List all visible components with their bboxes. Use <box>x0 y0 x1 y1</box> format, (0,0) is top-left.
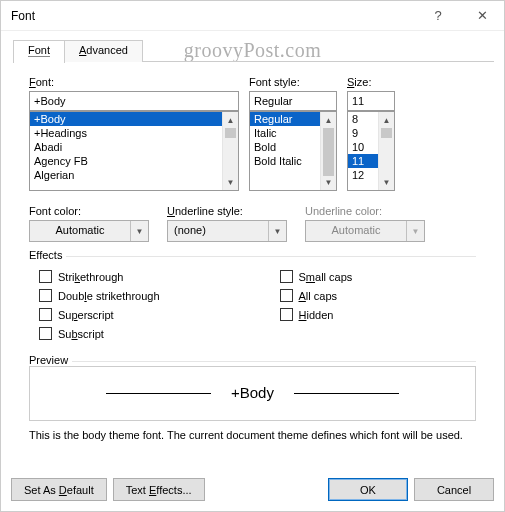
chevron-down-icon[interactable]: ▼ <box>268 221 286 241</box>
tab-strip: Font Advanced <box>13 39 494 62</box>
size-input[interactable] <box>347 91 395 111</box>
scrollbar[interactable]: ▲ ▼ <box>222 112 238 190</box>
scroll-thumb[interactable] <box>225 128 236 138</box>
checkbox-all-caps[interactable]: All caps <box>280 289 353 302</box>
preview-line-left <box>106 393 211 394</box>
tab-content: Font: +Body +Headings Abadi Agency FB Al… <box>1 62 504 487</box>
scroll-up-icon[interactable]: ▲ <box>321 112 336 128</box>
scrollbar[interactable]: ▲ ▼ <box>320 112 336 190</box>
underline-style-value: (none) <box>168 221 268 241</box>
checkbox-label: Double strikethrough <box>58 290 160 302</box>
scroll-up-icon[interactable]: ▲ <box>379 112 394 128</box>
underline-color-value: Automatic <box>306 221 406 241</box>
list-item[interactable]: Algerian <box>30 168 238 182</box>
checkbox-superscript[interactable]: Superscript <box>39 308 160 321</box>
font-color-value: Automatic <box>30 221 130 241</box>
preview-group: Preview <box>29 361 476 362</box>
font-label: Font: <box>29 76 239 88</box>
list-item[interactable]: +Body <box>30 112 238 126</box>
scroll-thumb[interactable] <box>323 128 334 176</box>
preview-description: This is the body theme font. The current… <box>29 429 476 441</box>
font-color-label: Font color: <box>29 205 149 217</box>
effects-group: Effects <box>29 256 476 257</box>
color-underline-row: Font color: Automatic ▼ Underline style:… <box>29 205 476 242</box>
scroll-up-icon[interactable]: ▲ <box>223 112 238 128</box>
list-item[interactable]: Agency FB <box>30 154 238 168</box>
effects-checkboxes: Strikethrough Double strikethrough Super… <box>29 257 476 347</box>
font-style-label: Font style: <box>249 76 337 88</box>
list-item[interactable]: +Headings <box>30 126 238 140</box>
scroll-down-icon[interactable]: ▼ <box>223 174 238 190</box>
cancel-button[interactable]: Cancel <box>414 478 494 501</box>
scroll-down-icon[interactable]: ▼ <box>379 174 394 190</box>
list-item[interactable]: Abadi <box>30 140 238 154</box>
checkbox-label: Strikethrough <box>58 271 123 283</box>
checkbox-label: Subscript <box>58 328 104 340</box>
checkbox-label: Small caps <box>299 271 353 283</box>
titlebar: Font ? ✕ <box>1 1 504 31</box>
window-controls: ? ✕ <box>416 1 504 30</box>
window-title: Font <box>11 9 35 23</box>
button-label: Set As Default <box>24 484 94 496</box>
preview-title: Preview <box>29 354 72 366</box>
tab-advanced[interactable]: Advanced <box>64 40 143 62</box>
chevron-down-icon: ▼ <box>406 221 424 241</box>
checkbox-label: All caps <box>299 290 338 302</box>
underline-color-dropdown: Automatic ▼ <box>305 220 425 242</box>
scroll-thumb[interactable] <box>381 128 392 138</box>
font-color-dropdown[interactable]: Automatic ▼ <box>29 220 149 242</box>
checkbox-double-strikethrough[interactable]: Double strikethrough <box>39 289 160 302</box>
scroll-down-icon[interactable]: ▼ <box>321 174 336 190</box>
dialog-footer: Set As Default Text Effects... OK Cancel <box>11 478 494 501</box>
preview-text: +Body <box>231 384 274 403</box>
chevron-down-icon[interactable]: ▼ <box>130 221 148 241</box>
size-listbox[interactable]: 8 9 10 11 12 ▲ ▼ <box>347 111 395 191</box>
help-icon[interactable]: ? <box>416 1 460 30</box>
effects-title: Effects <box>29 249 66 261</box>
tab-advanced-label: Advanced <box>79 44 128 56</box>
preview-line-right <box>294 393 399 394</box>
font-listbox[interactable]: +Body +Headings Abadi Agency FB Algerian… <box>29 111 239 191</box>
font-style-input[interactable] <box>249 91 337 111</box>
set-as-default-button[interactable]: Set As Default <box>11 478 107 501</box>
preview-box: +Body <box>29 366 476 421</box>
font-input[interactable] <box>29 91 239 111</box>
checkbox-subscript[interactable]: Subscript <box>39 327 160 340</box>
size-label: Size: <box>347 76 395 88</box>
font-style-listbox[interactable]: Regular Italic Bold Bold Italic ▲ ▼ <box>249 111 337 191</box>
text-effects-button[interactable]: Text Effects... <box>113 478 205 501</box>
checkbox-label: Hidden <box>299 309 334 321</box>
underline-style-dropdown[interactable]: (none) ▼ <box>167 220 287 242</box>
close-icon[interactable]: ✕ <box>460 1 504 30</box>
checkbox-label: Superscript <box>58 309 114 321</box>
button-label: Text Effects... <box>126 484 192 496</box>
scrollbar[interactable]: ▲ ▼ <box>378 112 394 190</box>
underline-color-label: Underline color: <box>305 205 425 217</box>
underline-style-label: Underline style: <box>167 205 287 217</box>
checkbox-hidden[interactable]: Hidden <box>280 308 353 321</box>
checkbox-strikethrough[interactable]: Strikethrough <box>39 270 160 283</box>
tab-font[interactable]: Font <box>13 40 65 63</box>
tab-font-label: Font <box>28 44 50 57</box>
ok-button[interactable]: OK <box>328 478 408 501</box>
checkbox-small-caps[interactable]: Small caps <box>280 270 353 283</box>
